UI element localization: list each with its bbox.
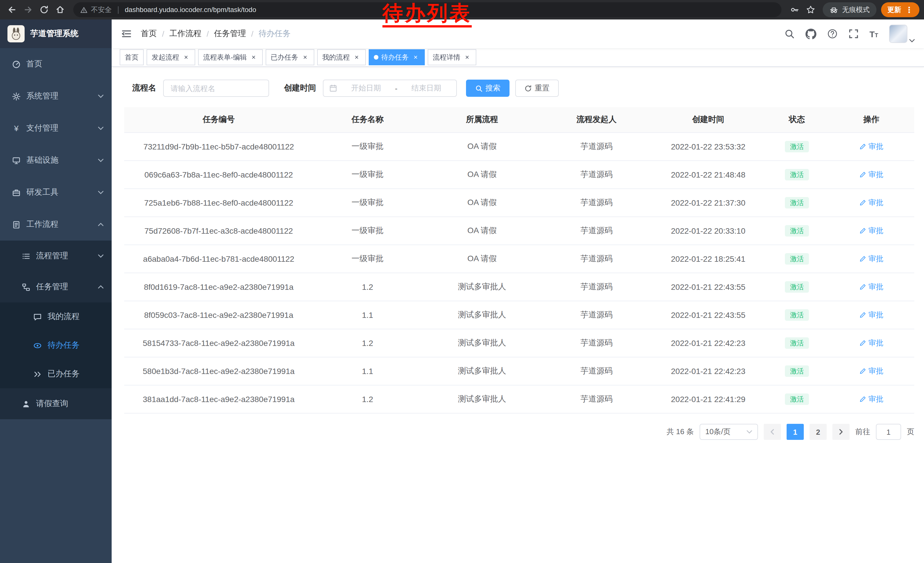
question-circle-icon [827,29,837,39]
process-cell: 测试多审批人 [422,338,542,348]
action-cell: 审批 [828,254,914,264]
action-cell: 审批 [828,366,914,376]
toolbox-icon [12,188,21,197]
close-icon[interactable]: × [250,53,258,61]
infrastructure-icon [12,156,21,165]
breadcrumb-workflow[interactable]: 工作流程 [170,29,201,39]
approve-link[interactable]: 审批 [859,338,884,348]
status-cell: 激活 [765,141,828,153]
sidebar-item-done-tasks[interactable]: 已办任务 [0,360,112,388]
close-icon[interactable]: × [412,53,420,61]
annotation-todo-list-title: 待办列表 [382,2,472,27]
status-badge: 激活 [785,281,809,293]
approve-link[interactable]: 审批 [859,226,884,236]
sidebar-item-payment[interactable]: ¥ 支付管理 [0,112,112,144]
next-page-button[interactable] [832,424,850,440]
close-icon[interactable]: × [463,53,471,61]
sidebar-item-leave-query[interactable]: 请假查询 [0,388,112,419]
task-name-cell: 1.1 [313,366,422,376]
column-header-task-name: 任务名称 [313,114,422,125]
sidebar-item-workflow[interactable]: 工作流程 [0,209,112,240]
approve-link[interactable]: 审批 [859,141,884,152]
breadcrumb-task-management[interactable]: 任务管理 [214,29,246,39]
search-button[interactable]: 搜索 [466,80,510,97]
tab-todo-tasks[interactable]: 待办任务 × [369,49,425,65]
action-cell: 审批 [828,226,914,236]
person-icon [21,399,31,408]
pagination: 共 16 条 10条/页 1 2 前往 页 [124,424,914,440]
list-icon [21,252,31,260]
help-button[interactable] [827,29,837,39]
page-size-select[interactable]: 10条/页 [700,424,758,440]
reset-button[interactable]: 重置 [515,80,559,97]
edit-icon [859,339,866,347]
task-flow-icon [21,283,31,291]
approve-link[interactable]: 审批 [859,394,884,404]
approve-link[interactable]: 审批 [859,282,884,292]
sidebar-item-task-management[interactable]: 任务管理 [0,272,112,302]
sidebar-item-process-management[interactable]: 流程管理 [0,240,112,272]
sidebar: 芋道管理系统 首页 系统管理 ¥ 支付管理 [0,20,112,563]
gear-icon [12,92,21,101]
tab-process-detail[interactable]: 流程详情 × [428,49,476,65]
task-id-cell: 725a1eb6-7b88-11ec-8ef0-acde48001122 [124,198,313,207]
update-button[interactable]: 更新 ⋮ [881,2,920,17]
starter-cell: 芋道源码 [542,198,651,208]
chevron-down-icon [98,254,104,258]
main-area: 首页 / 工作流程 / 任务管理 / 待办任务 [112,20,924,563]
back-button[interactable] [4,2,20,17]
close-icon[interactable]: × [352,53,361,61]
page-button-1[interactable]: 1 [787,424,804,440]
status-badge: 激活 [785,253,809,265]
table-row: 75d72608-7b7f-11ec-a3c8-acde48001122 一级审… [124,217,914,245]
sidebar-item-todo-tasks[interactable]: 待办任务 [0,331,112,360]
status-badge: 激活 [785,141,809,153]
sidebar-item-my-process[interactable]: 我的流程 [0,302,112,331]
sidebar-collapse-button[interactable] [121,28,132,39]
task-id-cell: 580e1b3d-7ac8-11ec-a9e2-a2380e71991a [124,366,313,376]
password-key-button[interactable] [787,2,802,17]
page-button-2[interactable]: 2 [810,424,826,440]
font-size-button[interactable]: TT [869,30,878,38]
approve-link[interactable]: 审批 [859,366,884,376]
task-id-cell: 73211d9d-7b9b-11ec-b5b7-acde48001122 [124,142,313,151]
chevron-down-icon [747,430,752,434]
github-button[interactable] [805,29,816,39]
tab-start-process[interactable]: 发起流程 × [147,49,195,65]
total-count: 共 16 条 [667,427,694,437]
sidebar-item-home[interactable]: 首页 [0,48,112,80]
goto-page-input[interactable] [876,424,901,440]
action-cell: 审批 [828,394,914,404]
search-button[interactable] [784,29,794,39]
approve-link[interactable]: 审批 [859,170,884,180]
date-range-picker[interactable]: 开始日期 - 结束日期 [323,80,457,97]
close-icon[interactable]: × [301,53,309,61]
status-badge: 激活 [785,337,809,349]
bookmark-star-button[interactable] [803,2,818,17]
prev-page-button[interactable] [764,424,781,440]
goto-suffix: 页 [907,427,914,437]
breadcrumb-home[interactable]: 首页 [141,29,157,39]
approve-link[interactable]: 审批 [859,310,884,320]
starter-cell: 芋道源码 [542,170,651,180]
browser-menu-dots-icon[interactable]: ⋮ [905,6,913,14]
avatar[interactable] [889,25,908,43]
tab-done-tasks[interactable]: 已办任务 × [266,49,314,65]
sidebar-item-infrastructure[interactable]: 基础设施 [0,144,112,176]
home-button[interactable] [52,2,68,17]
tab-home[interactable]: 首页 [120,49,144,65]
refresh-button[interactable] [37,2,51,17]
app-brand[interactable]: 芋道管理系统 [0,20,112,48]
tab-my-process[interactable]: 我的流程 × [317,49,366,65]
created-time-cell: 2022-01-22 20:33:10 [651,226,765,236]
sidebar-item-devtools[interactable]: 研发工具 [0,176,112,209]
approve-link[interactable]: 审批 [859,198,884,208]
close-icon[interactable]: × [182,53,190,61]
tab-process-form-edit[interactable]: 流程表单-编辑 × [198,49,263,65]
forward-button[interactable] [21,2,36,17]
user-menu[interactable] [889,25,915,43]
process-name-input[interactable] [163,80,269,97]
approve-link[interactable]: 审批 [859,254,884,264]
sidebar-item-system[interactable]: 系统管理 [0,80,112,112]
fullscreen-button[interactable] [848,29,858,39]
